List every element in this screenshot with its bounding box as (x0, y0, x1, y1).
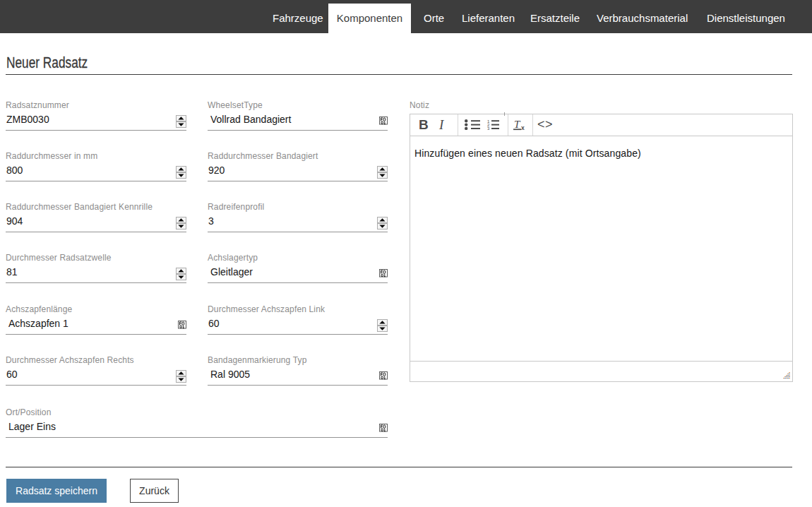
svg-text:x: x (521, 124, 525, 131)
svg-text:3: 3 (487, 126, 490, 131)
svg-text:T: T (514, 119, 521, 130)
